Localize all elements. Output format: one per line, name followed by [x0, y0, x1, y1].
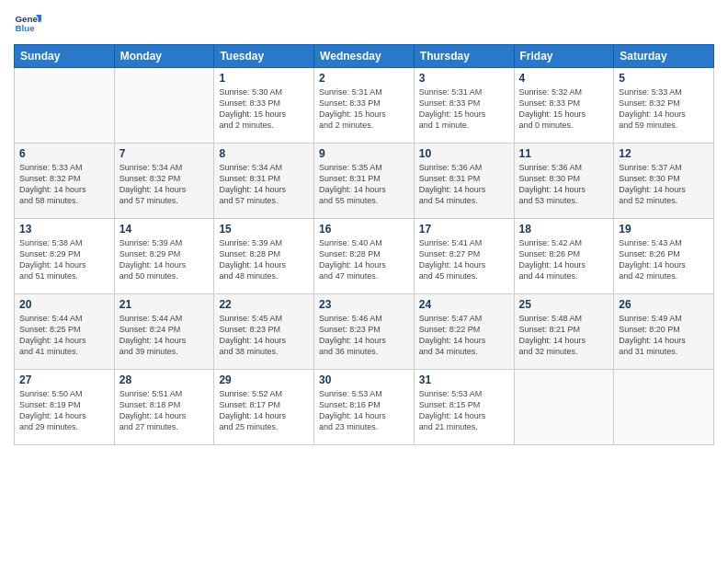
calendar-cell: 22Sunrise: 5:45 AM Sunset: 8:23 PM Dayli…	[214, 294, 314, 370]
calendar-cell: 16Sunrise: 5:40 AM Sunset: 8:28 PM Dayli…	[314, 219, 415, 294]
day-number: 20	[19, 298, 109, 311]
day-info: Sunrise: 5:30 AM Sunset: 8:33 PM Dayligh…	[219, 86, 309, 132]
calendar-cell: 12Sunrise: 5:37 AM Sunset: 8:30 PM Dayli…	[614, 144, 714, 219]
calendar-cell: 19Sunrise: 5:43 AM Sunset: 8:26 PM Dayli…	[614, 219, 714, 294]
day-info: Sunrise: 5:43 AM Sunset: 8:26 PM Dayligh…	[619, 237, 709, 282]
weekday-header-monday: Monday	[114, 45, 214, 68]
calendar-cell: 27Sunrise: 5:50 AM Sunset: 8:19 PM Dayli…	[15, 370, 115, 445]
day-info: Sunrise: 5:44 AM Sunset: 8:25 PM Dayligh…	[19, 313, 109, 358]
day-number: 21	[119, 298, 210, 311]
calendar-cell: 7Sunrise: 5:34 AM Sunset: 8:32 PM Daylig…	[114, 144, 214, 219]
calendar-cell: 6Sunrise: 5:33 AM Sunset: 8:32 PM Daylig…	[15, 144, 115, 219]
day-number: 9	[319, 147, 409, 160]
calendar-cell: 25Sunrise: 5:48 AM Sunset: 8:21 PM Dayli…	[514, 294, 614, 370]
day-info: Sunrise: 5:42 AM Sunset: 8:26 PM Dayligh…	[519, 237, 609, 282]
calendar-cell: 17Sunrise: 5:41 AM Sunset: 8:27 PM Dayli…	[414, 219, 514, 294]
day-number: 18	[519, 223, 609, 236]
day-info: Sunrise: 5:34 AM Sunset: 8:31 PM Dayligh…	[219, 162, 309, 207]
day-number: 11	[519, 147, 609, 160]
day-number: 23	[319, 298, 409, 311]
day-info: Sunrise: 5:45 AM Sunset: 8:23 PM Dayligh…	[219, 313, 309, 358]
day-info: Sunrise: 5:31 AM Sunset: 8:33 PM Dayligh…	[419, 86, 509, 132]
day-info: Sunrise: 5:53 AM Sunset: 8:15 PM Dayligh…	[419, 388, 509, 433]
logo: General Blue	[14, 9, 41, 37]
calendar-cell: 3Sunrise: 5:31 AM Sunset: 8:33 PM Daylig…	[414, 68, 514, 144]
day-info: Sunrise: 5:38 AM Sunset: 8:29 PM Dayligh…	[19, 237, 109, 282]
calendar-cell: 30Sunrise: 5:53 AM Sunset: 8:16 PM Dayli…	[314, 370, 415, 445]
day-number: 13	[19, 223, 109, 236]
day-number: 19	[619, 223, 709, 236]
day-number: 4	[519, 72, 609, 85]
calendar-cell: 13Sunrise: 5:38 AM Sunset: 8:29 PM Dayli…	[15, 219, 115, 294]
day-info: Sunrise: 5:49 AM Sunset: 8:20 PM Dayligh…	[619, 313, 709, 358]
weekday-header-wednesday: Wednesday	[314, 45, 415, 68]
day-info: Sunrise: 5:35 AM Sunset: 8:31 PM Dayligh…	[319, 162, 409, 207]
day-number: 31	[419, 373, 509, 386]
day-info: Sunrise: 5:31 AM Sunset: 8:33 PM Dayligh…	[319, 86, 409, 132]
day-info: Sunrise: 5:44 AM Sunset: 8:24 PM Dayligh…	[119, 313, 210, 358]
day-number: 24	[419, 298, 509, 311]
calendar-cell: 8Sunrise: 5:34 AM Sunset: 8:31 PM Daylig…	[214, 144, 314, 219]
calendar-week-1: 1Sunrise: 5:30 AM Sunset: 8:33 PM Daylig…	[15, 68, 714, 144]
day-number: 22	[219, 298, 309, 311]
calendar-cell: 23Sunrise: 5:46 AM Sunset: 8:23 PM Dayli…	[314, 294, 415, 370]
day-number: 3	[419, 72, 509, 85]
day-info: Sunrise: 5:33 AM Sunset: 8:32 PM Dayligh…	[619, 86, 709, 132]
weekday-header-sunday: Sunday	[15, 45, 115, 68]
calendar-cell	[614, 370, 714, 445]
day-info: Sunrise: 5:36 AM Sunset: 8:30 PM Dayligh…	[519, 162, 609, 207]
day-number: 29	[219, 373, 309, 386]
calendar-cell: 20Sunrise: 5:44 AM Sunset: 8:25 PM Dayli…	[15, 294, 115, 370]
calendar-cell	[514, 370, 614, 445]
calendar-cell: 11Sunrise: 5:36 AM Sunset: 8:30 PM Dayli…	[514, 144, 614, 219]
calendar-cell: 28Sunrise: 5:51 AM Sunset: 8:18 PM Dayli…	[114, 370, 214, 445]
day-number: 15	[219, 223, 309, 236]
calendar-cell: 24Sunrise: 5:47 AM Sunset: 8:22 PM Dayli…	[414, 294, 514, 370]
calendar-cell: 2Sunrise: 5:31 AM Sunset: 8:33 PM Daylig…	[314, 68, 415, 144]
day-number: 30	[319, 373, 409, 386]
calendar-week-3: 13Sunrise: 5:38 AM Sunset: 8:29 PM Dayli…	[15, 219, 714, 294]
day-number: 16	[319, 223, 409, 236]
calendar-cell: 9Sunrise: 5:35 AM Sunset: 8:31 PM Daylig…	[314, 144, 415, 219]
day-info: Sunrise: 5:50 AM Sunset: 8:19 PM Dayligh…	[19, 388, 109, 433]
calendar-table: SundayMondayTuesdayWednesdayThursdayFrid…	[14, 44, 714, 445]
day-info: Sunrise: 5:37 AM Sunset: 8:30 PM Dayligh…	[619, 162, 709, 207]
page-header: General Blue	[14, 9, 714, 37]
day-number: 27	[19, 373, 109, 386]
day-number: 25	[519, 298, 609, 311]
weekday-header-row: SundayMondayTuesdayWednesdayThursdayFrid…	[15, 45, 714, 68]
calendar-cell	[114, 68, 214, 144]
day-info: Sunrise: 5:41 AM Sunset: 8:27 PM Dayligh…	[419, 237, 509, 282]
calendar-cell: 1Sunrise: 5:30 AM Sunset: 8:33 PM Daylig…	[214, 68, 314, 144]
day-number: 14	[119, 223, 210, 236]
calendar-week-2: 6Sunrise: 5:33 AM Sunset: 8:32 PM Daylig…	[15, 144, 714, 219]
calendar-cell: 21Sunrise: 5:44 AM Sunset: 8:24 PM Dayli…	[114, 294, 214, 370]
day-number: 6	[19, 147, 109, 160]
weekday-header-tuesday: Tuesday	[214, 45, 314, 68]
day-number: 28	[119, 373, 210, 386]
day-number: 12	[619, 147, 709, 160]
day-number: 8	[219, 147, 309, 160]
day-number: 26	[619, 298, 709, 311]
calendar-cell: 18Sunrise: 5:42 AM Sunset: 8:26 PM Dayli…	[514, 219, 614, 294]
day-info: Sunrise: 5:33 AM Sunset: 8:32 PM Dayligh…	[19, 162, 109, 207]
calendar-cell: 14Sunrise: 5:39 AM Sunset: 8:29 PM Dayli…	[114, 219, 214, 294]
day-info: Sunrise: 5:32 AM Sunset: 8:33 PM Dayligh…	[519, 86, 609, 132]
calendar-cell: 4Sunrise: 5:32 AM Sunset: 8:33 PM Daylig…	[514, 68, 614, 144]
weekday-header-thursday: Thursday	[414, 45, 514, 68]
day-number: 1	[219, 72, 309, 85]
day-info: Sunrise: 5:52 AM Sunset: 8:17 PM Dayligh…	[219, 388, 309, 433]
calendar-cell: 29Sunrise: 5:52 AM Sunset: 8:17 PM Dayli…	[214, 370, 314, 445]
day-number: 7	[119, 147, 210, 160]
calendar-cell: 5Sunrise: 5:33 AM Sunset: 8:32 PM Daylig…	[614, 68, 714, 144]
day-info: Sunrise: 5:48 AM Sunset: 8:21 PM Dayligh…	[519, 313, 609, 358]
calendar-cell: 31Sunrise: 5:53 AM Sunset: 8:15 PM Dayli…	[414, 370, 514, 445]
day-number: 17	[419, 223, 509, 236]
day-info: Sunrise: 5:47 AM Sunset: 8:22 PM Dayligh…	[419, 313, 509, 358]
calendar-cell: 10Sunrise: 5:36 AM Sunset: 8:31 PM Dayli…	[414, 144, 514, 219]
svg-text:Blue: Blue	[16, 23, 36, 33]
calendar-week-4: 20Sunrise: 5:44 AM Sunset: 8:25 PM Dayli…	[15, 294, 714, 370]
day-number: 5	[619, 72, 709, 85]
day-info: Sunrise: 5:53 AM Sunset: 8:16 PM Dayligh…	[319, 388, 409, 433]
day-number: 2	[319, 72, 409, 85]
